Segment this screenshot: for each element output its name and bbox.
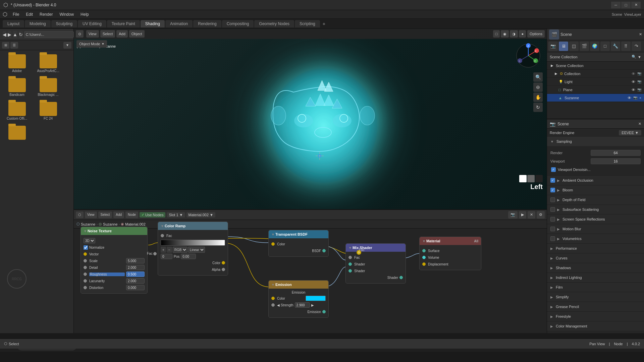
nav-back-button[interactable]: ◀ [3,31,6,38]
solid-btn[interactable]: ◉ [501,30,509,38]
il-header[interactable]: ▶ Indirect Lighting [547,273,644,282]
node-view-btn[interactable]: View [85,212,97,218]
sc-rend-4[interactable]: 📷 [633,96,637,100]
menu-window[interactable]: Window [57,11,76,17]
detail-input[interactable] [126,265,145,270]
emission-color-swatch[interactable] [306,296,326,301]
viewport-value[interactable]: 16 [591,158,641,164]
shadows-header[interactable]: ▶ Shadows [547,263,644,273]
freestyle-header[interactable]: ▶ Freestyle [547,312,644,321]
white-swatch[interactable] [519,175,527,182]
viewport-3d[interactable]: ⊙ View Select Add Object □ ◉ ◑ ● Options… [74,29,547,209]
film-header[interactable]: ▶ Film [547,283,644,292]
node-editor-type[interactable]: ⬡ [76,212,84,218]
options-button[interactable]: Options [527,30,545,38]
maximize-button[interactable]: □ [621,2,631,8]
sc-filter-icon[interactable]: ▼ [638,55,641,59]
sss-checkbox[interactable] [550,207,555,212]
use-nodes-toggle[interactable]: ✓ Use Nodes [140,212,165,218]
folder-asusproartc[interactable]: AsusProArtC... [34,53,62,74]
physics-icon[interactable]: ↷ [632,42,641,51]
tab-sculpting[interactable]: Sculpting [51,20,77,27]
denoise-checkbox[interactable]: ✓ [551,167,556,172]
color-ramp-gradient[interactable] [161,240,225,246]
select-button[interactable]: Select [100,30,115,38]
material-selector[interactable]: Material.002 ▼ [186,212,215,218]
menu-help[interactable]: Help [78,11,92,17]
material-btn[interactable]: ◑ [510,30,518,38]
props-close-btn[interactable]: ✕ [638,122,641,126]
folder-extra[interactable] [3,124,31,142]
folder-adobe[interactable]: Adobe [3,53,31,74]
node-gear-btn[interactable]: ⚙ [537,211,545,219]
bloom-header[interactable]: ✓ ▶ Bloom [547,185,644,195]
folder-fc24[interactable]: FC 24 [34,101,62,122]
sc-rend-2[interactable]: 📷 [637,80,641,83]
cr-interp-select[interactable]: RGB [173,247,187,253]
suzanne-item[interactable]: ▲ Suzanne 👁 📷 ● [547,94,644,102]
filter-button[interactable]: ▼ [63,42,71,49]
normalize-checkbox[interactable] [84,245,88,250]
sc-render-1[interactable]: 📷 [637,72,641,75]
view-mode-button[interactable]: ⊞ [2,42,9,49]
ao-header[interactable]: ✓ ▶ Ambient Occlusion [547,176,644,185]
add-workspace-button[interactable]: + [323,21,325,26]
ao-checkbox[interactable]: ✓ [550,178,555,183]
ssr-header[interactable]: ▶ Screen Space Reflections [547,215,644,224]
tab-shading[interactable]: Shading [141,20,165,27]
scene-props-icon[interactable]: 🎬 [549,29,559,40]
minimize-button[interactable]: ─ [611,2,621,8]
sc-vis-3[interactable]: 👁 [632,88,635,92]
scale-input[interactable] [126,258,145,263]
render-value[interactable]: 64 [591,150,641,156]
dof-header[interactable]: ▶ Depth of Field [547,195,644,204]
node-add-btn[interactable]: Add [113,212,124,218]
distortion-input[interactable] [126,285,145,290]
pan-button[interactable]: ✋ [533,93,543,102]
gp-header[interactable]: ▶ Grease Pencil [547,302,644,311]
rotate-button[interactable]: ↻ [533,103,543,112]
noise-dim-select[interactable]: 3D [84,238,95,243]
close-button[interactable]: ✕ [631,2,641,8]
view-layer-icon[interactable]: ◫ [569,42,579,51]
nav-up-button[interactable]: ▲ [13,31,17,38]
ssr-checkbox[interactable] [550,217,555,222]
folder-blackmagic[interactable]: Blackmagic ... [34,77,62,98]
cr-add-btn[interactable]: + [161,247,166,253]
tab-texture-paint[interactable]: Texture Paint [107,20,140,27]
nav-refresh-button[interactable]: ↻ [19,31,23,38]
menu-file[interactable]: File [10,11,22,17]
bloom-checkbox[interactable]: ✓ [550,188,555,192]
vol-checkbox[interactable] [550,236,555,241]
tab-scripting[interactable]: Scripting [295,20,320,27]
black-swatch[interactable] [535,175,543,182]
object-mode-dropdown[interactable]: Object Mode ▼ [76,40,107,48]
cr-stop-input[interactable] [161,254,172,259]
mb-header[interactable]: ▶ Motion Blur [547,224,644,234]
node-node-btn[interactable]: Node [125,212,138,218]
folder-custom-offi[interactable]: Custom Offi... [3,101,31,122]
zoom-in-button[interactable]: 🔍 [533,72,543,82]
node-x-btn[interactable]: ✕ [528,211,535,219]
mb-checkbox[interactable] [550,227,555,231]
scene-icon[interactable]: 🎬 [580,42,589,51]
output-props-icon[interactable]: 🖥 [559,42,568,51]
modifier-icon[interactable]: 🔧 [611,42,620,51]
emission-strength-input[interactable] [295,302,310,308]
viewport-type-button[interactable]: ⊙ [76,30,84,38]
tab-rendering[interactable]: Rendering [193,20,221,27]
dof-checkbox[interactable] [550,197,555,202]
object-props-icon[interactable]: □ [600,42,610,51]
particles-icon[interactable]: ⠿ [621,42,631,51]
add-button[interactable]: Add [116,30,128,38]
noise-dim-dropdown[interactable]: 3D [84,238,95,243]
sc-rend-3[interactable]: 📷 [637,88,641,92]
tab-compositing[interactable]: Compositing [222,20,254,27]
object-button[interactable]: Object [129,30,145,38]
tab-animation[interactable]: Animation [165,20,193,27]
curves-header[interactable]: ▶ Curves [547,253,644,263]
vol-header[interactable]: ▶ Volumetrics [547,234,644,243]
cr-pos-value[interactable] [181,254,196,259]
sampling-header[interactable]: ▼ Sampling [547,137,644,146]
tab-modeling[interactable]: Modeling [25,20,51,27]
